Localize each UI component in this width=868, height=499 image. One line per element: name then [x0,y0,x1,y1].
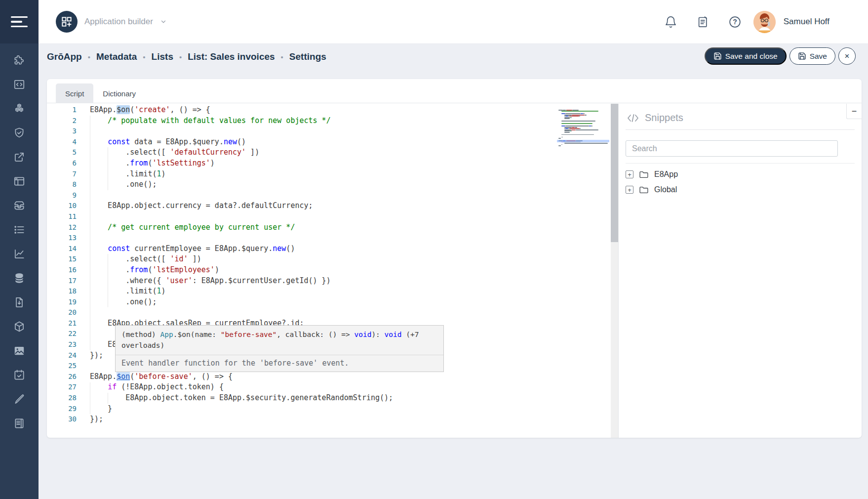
sidebar-item-book-icon[interactable] [13,417,26,430]
line-number[interactable]: 29 [47,404,77,415]
line-number[interactable]: 28 [47,393,77,404]
sidebar-item-brush-icon[interactable] [13,393,26,406]
sidebar-item-calendar-check-icon[interactable] [13,369,26,381]
line-number[interactable]: 1 [47,105,77,116]
code-line[interactable]: 2 /* populate with default values for ne… [47,116,618,126]
code-text[interactable]: E8App.$on('before-save', () => { [90,372,233,382]
snippets-folder-e8app[interactable]: +E8App [626,170,855,179]
close-button[interactable]: × [838,47,856,65]
code-text[interactable]: /* populate with default values for new … [90,116,331,126]
sidebar-item-cubes-icon[interactable] [13,102,26,115]
code-text[interactable]: if (!E8App.object.token) { [90,382,224,393]
code-line[interactable]: 8 .one(); [47,179,618,190]
sidebar-item-puzzle-icon[interactable] [13,54,26,67]
code-text[interactable]: const data = E8App.$query.new() [90,137,246,148]
code-line[interactable]: 17 .where({ 'user': E8App.$currentUser.g… [47,276,618,287]
code-text[interactable]: /* get current employee by current user … [90,222,295,233]
code-text[interactable]: }); [90,350,103,361]
line-number[interactable]: 15 [47,254,77,265]
code-text[interactable]: } [90,404,112,415]
sidebar-item-file-download-icon[interactable] [13,296,26,309]
line-number[interactable]: 17 [47,276,77,287]
editor-scrollbar[interactable] [611,104,618,438]
line-number[interactable]: 19 [47,297,77,308]
snippets-search-input[interactable] [626,140,838,157]
code-text[interactable]: }); [90,414,103,425]
sidebar-item-inbox-icon[interactable] [13,199,26,212]
collapse-panel-button[interactable]: − [846,104,862,119]
notifications-bell-icon[interactable] [664,15,677,29]
sidebar-item-database-icon[interactable] [13,272,26,285]
code-editor[interactable]: 1E8App.$on('create', () => {2 /* populat… [47,104,619,438]
code-text[interactable]: const currentEmployee = E8App.$query.new… [90,244,295,254]
code-line[interactable]: 5 .select([ 'defaultCurrency' ]) [47,147,618,158]
breadcrumb-item[interactable]: Metadata [96,51,137,62]
code-line[interactable]: 27 if (!E8App.object.token) { [47,382,618,393]
scrollbar-thumb[interactable] [611,104,618,242]
line-number[interactable]: 16 [47,265,77,276]
code-text[interactable]: .limit(1) [90,286,166,297]
sidebar-item-list-icon[interactable] [13,223,26,236]
code-line[interactable]: 19 .one(); [47,297,618,308]
code-text[interactable]: .one(); [90,297,157,308]
code-text[interactable]: .one(); [90,179,157,190]
line-number[interactable]: 13 [47,233,77,244]
code-text[interactable]: .select([ 'defaultCurrency' ]) [90,147,259,158]
code-line[interactable]: 26E8App.$on('before-save', () => { [47,372,618,382]
snippets-folder-global[interactable]: +Global [626,185,855,194]
save-button[interactable]: Save [789,47,835,65]
code-text[interactable]: .from('lstSettings') [90,158,215,169]
line-number[interactable]: 23 [47,339,77,350]
line-number[interactable]: 18 [47,286,77,297]
code-text[interactable]: E8App.object.currency = data?.defaultCur… [90,201,313,211]
user-avatar[interactable] [753,11,776,33]
line-number[interactable]: 4 [47,137,77,148]
code-text[interactable]: .where({ 'user': E8App.$currentUser.getI… [90,276,331,287]
minimap[interactable] [558,110,608,147]
code-line[interactable]: 9 [47,190,618,201]
line-number[interactable]: 30 [47,414,77,425]
sidebar-item-code-icon[interactable] [13,78,26,91]
line-number[interactable]: 25 [47,361,77,372]
code-line[interactable]: 30}); [47,414,618,425]
line-number[interactable]: 9 [47,190,77,201]
sidebar-item-cube-icon[interactable] [13,320,26,333]
code-line[interactable]: 20 [47,307,618,318]
app-switcher[interactable]: Application builder [56,11,167,33]
expand-icon[interactable]: + [626,186,633,194]
user-name[interactable]: Samuel Hoff [784,17,829,27]
breadcrumb-item[interactable]: Lists [152,51,173,62]
line-number[interactable]: 10 [47,201,77,211]
code-line[interactable]: 1E8App.$on('create', () => { [47,105,618,116]
sidebar-item-image-icon[interactable] [13,344,26,357]
code-line[interactable]: 4 const data = E8App.$query.new() [47,137,618,148]
sidebar-item-chart-icon[interactable] [13,248,26,260]
expand-icon[interactable]: + [626,170,633,178]
tab-script[interactable]: Script [56,83,93,103]
code-line[interactable]: 29 } [47,404,618,415]
line-number[interactable]: 12 [47,222,77,233]
sidebar-item-shield-check-icon[interactable] [13,126,26,139]
code-line[interactable]: 11 [47,211,618,222]
line-number[interactable]: 5 [47,147,77,158]
code-line[interactable]: 15 .select([ 'id' ]) [47,254,618,265]
code-text[interactable]: .from('lstEmployees') [90,265,219,276]
code-area[interactable]: 1E8App.$on('create', () => {2 /* populat… [47,104,618,425]
code-text[interactable]: E8App.object.token = E8App.$security.gen… [90,393,393,404]
code-text[interactable]: E8App.$on('create', () => { [90,105,210,116]
line-number[interactable]: 2 [47,116,77,126]
line-number[interactable]: 20 [47,307,77,318]
code-line[interactable]: 14 const currentEmployee = E8App.$query.… [47,244,618,254]
code-line[interactable]: 28 E8App.object.token = E8App.$security.… [47,393,618,404]
tab-dictionary[interactable]: Dictionary [93,83,145,103]
code-line[interactable]: 12 /* get current employee by current us… [47,222,618,233]
code-line[interactable]: 13 [47,233,618,244]
code-text[interactable]: .select([ 'id' ]) [90,254,201,265]
line-number[interactable]: 8 [47,179,77,190]
sidebar-item-external-link-icon[interactable] [13,151,26,164]
breadcrumb-item[interactable]: List: Sales invoices [188,51,275,62]
line-number[interactable]: 27 [47,382,77,393]
line-number[interactable]: 6 [47,158,77,169]
line-number[interactable]: 3 [47,126,77,137]
line-number[interactable]: 7 [47,169,77,180]
